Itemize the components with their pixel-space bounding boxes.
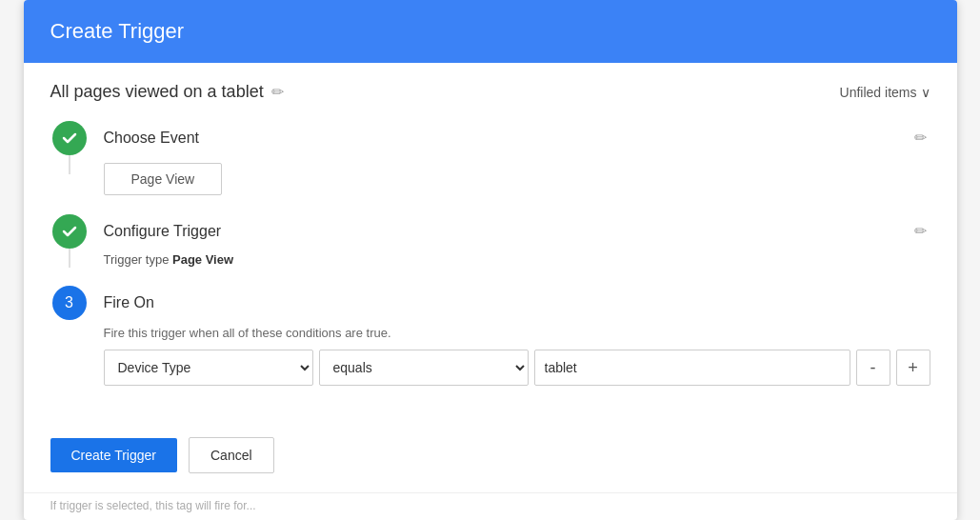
chevron-down-icon: ∨ (921, 85, 930, 100)
step2-check-circle (52, 214, 87, 249)
step-fire-on: 3 Fire On Fire this trigger when all of … (50, 286, 930, 405)
step2-title-text: Configure Trigger (104, 214, 222, 249)
trigger-type-value: Page View (172, 252, 233, 267)
condition-field-select[interactable]: Device Type (104, 350, 313, 386)
condition-operator-select[interactable]: equals (319, 350, 529, 386)
modal-header: Create Trigger (24, 0, 957, 63)
step2-edit-icon[interactable]: ✏ (914, 214, 927, 249)
step-choose-event: Choose Event ✏ Page View (50, 121, 930, 214)
create-trigger-button[interactable]: Create Trigger (50, 438, 177, 472)
trigger-type-text: Trigger type Page View (104, 252, 930, 267)
trigger-name-row: All pages viewed on a tablet ✏ Unfiled i… (50, 82, 930, 102)
fire-on-subtitle: Fire this trigger when all of these cond… (104, 326, 930, 340)
modal-container: Create Trigger All pages viewed on a tab… (24, 0, 957, 520)
condition-value-input[interactable] (534, 350, 850, 386)
page-view-button[interactable]: Page View (104, 163, 223, 195)
step3-connector: 3 (50, 286, 89, 320)
step2-content: Configure Trigger ✏ Trigger type Page Vi… (104, 214, 930, 286)
modal-footer: Create Trigger Cancel (24, 428, 957, 492)
modal-body: All pages viewed on a tablet ✏ Unfiled i… (24, 63, 957, 428)
unfiled-items-dropdown[interactable]: Unfiled items ∨ (840, 85, 930, 100)
trigger-name-edit-icon[interactable]: ✏ (271, 83, 284, 101)
step3-number-circle: 3 (52, 286, 87, 320)
step1-connector (50, 121, 89, 174)
step3-title-text: Fire On (104, 286, 154, 320)
remove-condition-button[interactable]: - (856, 350, 890, 386)
trigger-name-text: All pages viewed on a tablet (50, 82, 264, 102)
step1-edit-icon[interactable]: ✏ (914, 121, 927, 155)
bottom-hint: If trigger is selected, this tag will fi… (24, 492, 957, 520)
modal-title: Create Trigger (50, 19, 930, 44)
minus-icon: - (870, 358, 876, 378)
step2-line (69, 249, 70, 268)
step1-line (69, 155, 70, 174)
step2-title-row: Configure Trigger ✏ (104, 214, 930, 249)
trigger-name: All pages viewed on a tablet ✏ (50, 82, 284, 102)
plus-icon: + (908, 358, 918, 378)
add-condition-button[interactable]: + (896, 350, 930, 386)
cancel-button[interactable]: Cancel (189, 437, 274, 473)
step-configure-trigger: Configure Trigger ✏ Trigger type Page Vi… (50, 214, 930, 286)
step3-title-row: Fire On (104, 286, 930, 320)
step2-connector (50, 214, 89, 268)
step1-title-text: Choose Event (104, 121, 200, 155)
unfiled-items-label: Unfiled items (840, 85, 917, 100)
step3-content: Fire On Fire this trigger when all of th… (104, 286, 930, 405)
step1-check-circle (52, 121, 87, 155)
step1-content: Choose Event ✏ Page View (104, 121, 930, 214)
step1-title-row: Choose Event ✏ (104, 121, 930, 155)
conditions-row: Device Type equals - + (104, 350, 930, 386)
